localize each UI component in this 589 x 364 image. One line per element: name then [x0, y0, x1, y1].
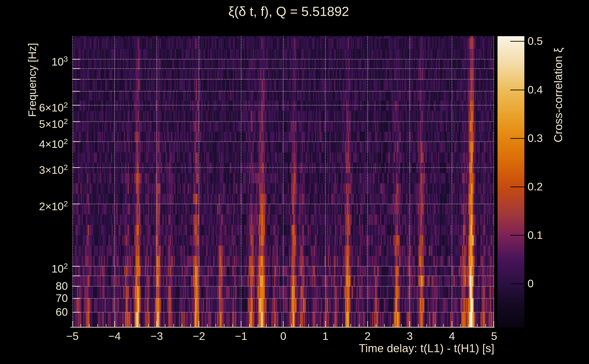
x-tick-label: 2 — [354, 330, 381, 342]
x-tick-label: −1 — [227, 330, 255, 342]
colorbar-canvas — [497, 36, 524, 328]
y-tick-label: 80 — [9, 280, 68, 292]
x-axis-line — [70, 327, 495, 328]
colorbar-tick-label: 0.1 — [528, 229, 578, 242]
x-tick-label: 1 — [312, 330, 339, 342]
colorbar-tick-label: 0 — [528, 277, 578, 290]
chart-title: ξ(δ t, f), Q = 5.51892 — [78, 3, 500, 20]
x-tick-label: 5 — [480, 330, 508, 342]
x-tick-label: −3 — [143, 330, 170, 342]
y-tick-label: 5×102 — [9, 115, 68, 130]
y-tick-label: 2×102 — [9, 197, 68, 213]
y-tick-label: 6×102 — [9, 99, 68, 114]
colorbar-tick-label: 0.2 — [528, 180, 578, 193]
colorbar-title: Cross-correlation ξ — [552, 48, 565, 143]
x-tick-label: −2 — [185, 330, 213, 342]
x-tick-label: −5 — [59, 330, 86, 342]
y-tick-label: 103 — [9, 53, 68, 68]
x-tick-label: −4 — [101, 330, 128, 342]
colorbar-tick-label: 0.5 — [528, 35, 578, 48]
heatmap-canvas — [72, 36, 494, 328]
y-tick-label: 70 — [9, 292, 68, 305]
y-tick-label: 102 — [9, 260, 68, 275]
x-tick-label: 4 — [438, 330, 466, 342]
y-tick-label: 3×102 — [9, 161, 68, 176]
x-axis-title: Time delay: t(L1) - t(H1) [s] — [266, 342, 494, 355]
y-tick-label: 4×102 — [9, 135, 68, 151]
x-tick-label: 0 — [270, 330, 297, 342]
x-tick-label: 3 — [396, 330, 423, 342]
y-tick-label: 60 — [9, 306, 68, 318]
figure: ξ(δ t, f), Q = 5.51892 Frequency [Hz] 10… — [0, 0, 589, 364]
